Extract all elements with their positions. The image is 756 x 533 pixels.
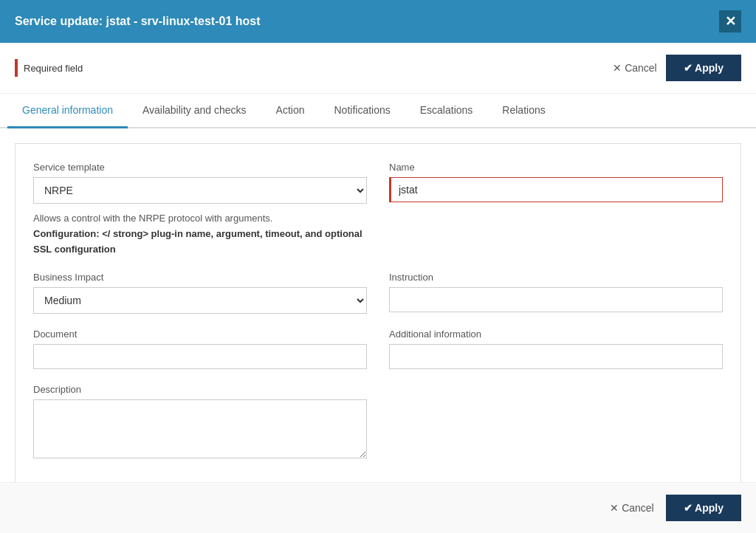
service-template-group: Service template NRPE Allows a control w… [33,162,367,257]
business-impact-select[interactable]: Low Medium High Very High Business block… [33,287,367,314]
service-template-label: Service template [33,162,367,173]
service-template-select[interactable]: NRPE [33,177,367,204]
footer: ✕ Cancel ✔ Apply [0,482,756,533]
content-area: Service template NRPE Allows a control w… [0,128,756,482]
tab-action[interactable]: Action [261,94,320,128]
tab-availability-and-checks[interactable]: Availability and checks [128,94,261,128]
required-bar-icon [15,59,18,77]
form-row-2: Business Impact Low Medium High Very Hig… [33,272,723,314]
modal-title: Service update: jstat - srv-linux-test-0… [15,15,261,28]
additional-information-label: Additional information [389,329,723,340]
footer-apply-button[interactable]: ✔ Apply [666,495,741,521]
instruction-input[interactable] [389,287,723,312]
description-group: Description [33,384,367,458]
additional-information-input[interactable] [389,344,723,369]
toolbar: Required field ✕ Cancel ✔ Apply [0,43,756,94]
business-impact-group: Business Impact Low Medium High Very Hig… [33,272,367,314]
toolbar-apply-button[interactable]: ✔ Apply [666,55,741,81]
modal-header: Service update: jstat - srv-linux-test-0… [0,0,756,43]
form-row-4: Description [33,384,723,458]
required-field-indicator: Required field [15,59,83,77]
tab-relations[interactable]: Relations [487,94,560,128]
service-template-config: Configuration: </ strong> plug-in name, … [33,228,362,255]
service-update-modal: Service update: jstat - srv-linux-test-0… [0,0,756,533]
document-group: Document [33,329,367,369]
modal-close-button[interactable]: ✕ [719,10,741,32]
document-label: Document [33,329,367,340]
instruction-group: Instruction [389,272,723,314]
service-template-description: Allows a control with the NRPE protocol … [33,211,367,257]
form-container: Service template NRPE Allows a control w… [15,143,741,482]
additional-information-group: Additional information [389,329,723,369]
instruction-label: Instruction [389,272,723,283]
form-row-3: Document Additional information [33,329,723,369]
toolbar-cancel-button[interactable]: ✕ Cancel [613,62,656,74]
name-label: Name [389,162,723,173]
tab-general-information[interactable]: General information [7,94,128,128]
name-input[interactable] [389,177,723,202]
name-group: Name [389,162,723,257]
tab-notifications[interactable]: Notifications [319,94,405,128]
required-field-label: Required field [24,63,83,74]
footer-cancel-button[interactable]: ✕ Cancel [610,502,653,514]
tab-escalations[interactable]: Escalations [405,94,488,128]
description-textarea[interactable] [33,399,367,458]
form-row-1: Service template NRPE Allows a control w… [33,162,723,257]
toolbar-buttons: ✕ Cancel ✔ Apply [613,55,741,81]
tabs-container: General information Availability and che… [0,94,756,128]
description-label: Description [33,384,367,395]
document-input[interactable] [33,344,367,369]
business-impact-label: Business Impact [33,272,367,283]
